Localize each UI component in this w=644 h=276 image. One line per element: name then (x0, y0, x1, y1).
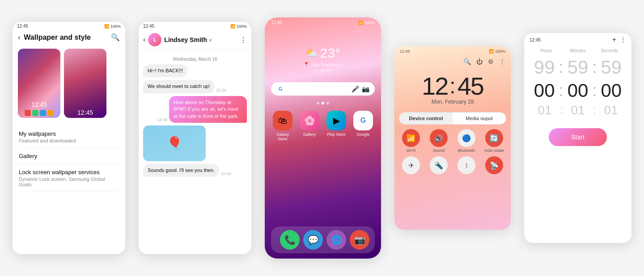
seconds-label: Seconds (596, 48, 623, 53)
lock-screen-sub: Dynamic Lock screen, Samsung Global Goal… (19, 176, 119, 187)
msg-back-icon[interactable]: ‹ (143, 36, 145, 44)
lock-settings-icon[interactable]: ⚙ (488, 58, 494, 65)
ctrl-rotate[interactable]: 🔄 Auto rotate (482, 129, 506, 153)
ctrl-sound[interactable]: 🔊 Sound (427, 129, 451, 153)
ctrl-airplane[interactable]: ✈ (399, 156, 423, 174)
app-play-store[interactable]: ▶ Play Store (325, 111, 348, 141)
tabs-row: Device control Media ouput (399, 112, 506, 125)
timer-seconds-bottom: 01 (597, 103, 624, 117)
screen3-home: 12:45 📶 100% ⛅ 23° 📍 San Francisco 12:45… (265, 17, 381, 259)
tab-media-output[interactable]: Media ouput (453, 113, 506, 124)
ctrl-bluetooth-icon: 🔵 (458, 129, 475, 147)
dot-2-active (322, 102, 324, 105)
microphone-icon[interactable]: 🎤 (352, 85, 359, 92)
ctrl-flashlight[interactable]: 🔦 (427, 156, 451, 174)
wp-clock-2: 12:45 (66, 109, 105, 116)
ctrl-rotate-icon: 🔄 (485, 129, 503, 147)
lock-power-icon[interactable]: ⏻ (476, 58, 483, 65)
weather-icon: ⛅ (305, 47, 318, 59)
status-icons-1: 📶 100% (104, 24, 121, 29)
lock-screen-title: Lock screen wallpaper services (19, 169, 119, 176)
galaxy-store-label: Galaxy Store (271, 132, 294, 141)
timer-hours-top: 99 (531, 57, 558, 78)
msg-avatar: L (148, 33, 161, 46)
timer-sep-3: : (559, 81, 564, 100)
home-status-bar: 12:45 📶 100% (265, 17, 381, 28)
timer-header: 12:45 + ⋮ (524, 33, 631, 46)
app-galaxy-store[interactable]: 🛍 Galaxy Store (271, 111, 294, 141)
lock-colon: : (449, 74, 455, 98)
timer-top-row: 99 : 59 : 59 (524, 55, 631, 80)
timer-more-icon[interactable]: ⋮ (620, 36, 626, 43)
weather-widget: ⛅ 23° 📍 San Francisco 12:45 PM (265, 46, 381, 73)
gallery-item[interactable]: Gallery (19, 148, 119, 164)
ctrl-bluetooth[interactable]: 🔵 Bluetooth (454, 129, 479, 153)
lock-status-bar: 12:45 📶 100% (394, 46, 511, 56)
screens-container: 12:45 📶 100% ‹ Wallpaper and style 🔍 12:… (0, 0, 644, 276)
lock-screen-item[interactable]: Lock screen wallpaper services Dynamic L… (19, 164, 119, 192)
msg-chevron-icon[interactable]: ∨ (209, 38, 212, 42)
screen1-header: ‹ Wallpaper and style 🔍 (13, 30, 125, 44)
message-bubble-4: 🎈 (143, 125, 247, 161)
lock-more-icon[interactable]: ⋮ (499, 58, 505, 65)
ctrl-rotate-label: Auto rotate (484, 148, 504, 153)
my-wallpapers-sub: Featured and downloaded (19, 138, 119, 143)
timer-sep-6: : (593, 105, 596, 116)
tab-device-control[interactable]: Device control (399, 113, 453, 124)
dot-3 (326, 102, 329, 105)
ctrl-wifi[interactable]: 📶 Wi-Fi (399, 129, 423, 153)
bubble-time-3: 12:39 (157, 117, 167, 122)
wp-content-2: 12:45 (66, 109, 105, 116)
dock-camera-icon[interactable]: 📷 (350, 230, 369, 250)
app-google[interactable]: G Google (352, 111, 375, 141)
timer-add-icon[interactable]: + (612, 36, 616, 44)
wallpaper-preview-1[interactable]: 12:45 (18, 49, 60, 118)
battery-1: 100% (110, 24, 121, 29)
timer-sep-4: : (592, 81, 597, 100)
lock-search-icon[interactable]: 🔍 (463, 58, 471, 65)
lens-icon[interactable]: 📷 (362, 85, 369, 92)
timer-minutes-top: 59 (564, 57, 591, 78)
message-bubble-3: 12:39 How about on Thursday at 6PM? If y… (143, 96, 247, 123)
status-bar-2: 12:45 📶 100% (139, 22, 251, 30)
dock-browser-icon[interactable]: 🌐 (326, 230, 346, 250)
weather-time: 12:45 PM (314, 68, 333, 73)
msg-more-icon[interactable]: ⋮ (240, 36, 247, 44)
lock-time: 12:45 (400, 49, 410, 54)
menu-section: My wallpapers Featured and downloaded Ga… (13, 122, 125, 196)
dock-phone-icon[interactable]: 📞 (280, 230, 300, 250)
google-label: Google (356, 132, 369, 137)
gallery-icon: 🌸 (300, 111, 319, 130)
ctrl-sound-label: Sound (433, 148, 445, 153)
screen1-wallpaper: 12:45 📶 100% ‹ Wallpaper and style 🔍 12:… (13, 22, 125, 254)
ctrl-cast-icon: 📡 (485, 156, 503, 174)
wp-app-orange (47, 110, 54, 116)
ctrl-sync-icon: ↕ (458, 156, 475, 174)
contact-name: Lindsey Smith (164, 36, 207, 43)
ctrl-cast[interactable]: 📡 (482, 156, 506, 174)
dock-messages-icon[interactable]: 💬 (303, 230, 323, 250)
timer-column-headers: Hours Minutes Seconds (524, 46, 631, 55)
ctrl-sync[interactable]: ↕ (454, 156, 479, 174)
search-icon-1[interactable]: 🔍 (111, 33, 120, 42)
msg-header: ‹ L Lindsey Smith ∨ ⋮ (139, 30, 251, 50)
app-gallery[interactable]: 🌸 Gallery (298, 111, 321, 141)
my-wallpapers-item[interactable]: My wallpapers Featured and downloaded (19, 126, 119, 148)
timer-seconds-main: 00 (598, 80, 625, 101)
screen4-lock: 12:45 📶 100% 🔍 ⏻ ⚙ ⋮ 12 : 45 Mon, Februa… (394, 46, 511, 230)
ctrl-wifi-label: Wi-Fi (407, 148, 416, 153)
ctrl-wifi-icon: 📶 (402, 129, 420, 147)
balloons-image: 🎈 (143, 125, 206, 161)
messages-area: Wednesday, March 16 Hi~! I'm BACK!!! We … (139, 50, 251, 182)
timer-sep-1: : (559, 58, 564, 77)
wp-app-red (25, 110, 31, 116)
bubble-text-2: We should meet to catch up! (143, 80, 214, 93)
start-button[interactable]: Start (549, 128, 607, 146)
message-bubble-5: Sounds good. I'll see you then. 12:40 (143, 164, 247, 177)
back-icon-1[interactable]: ‹ (18, 33, 20, 42)
wp-icons-1 (20, 110, 59, 116)
home-dock: 📞 💬 🌐 📷 (271, 226, 375, 253)
search-bar[interactable]: G 🎤 📷 (271, 82, 375, 96)
ctrl-flashlight-icon: 🔦 (430, 156, 448, 174)
wallpaper-preview-2[interactable]: 12:45 (64, 49, 106, 118)
